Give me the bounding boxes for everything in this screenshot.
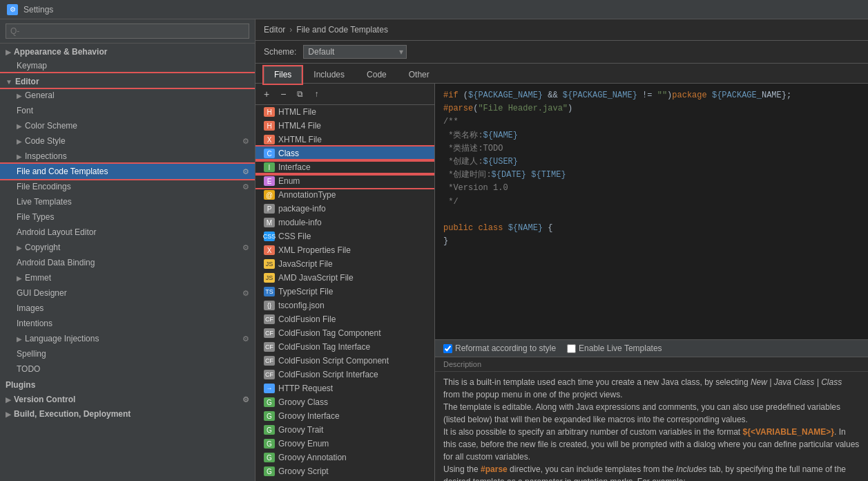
tab-other[interactable]: Other xyxy=(398,66,440,83)
sidebar-item-label: Build, Execution, Deployment xyxy=(14,409,131,419)
js-icon: JS xyxy=(264,259,275,269)
file-item-label: CSS File xyxy=(278,232,311,241)
sidebar-item-intentions[interactable]: Intentions xyxy=(0,316,255,331)
code-editor[interactable]: #if (${PACKAGE_NAME} && ${PACKAGE_NAME} … xyxy=(435,84,868,339)
list-item[interactable]: G Groovy Trait xyxy=(255,423,434,437)
scheme-row: Scheme: Default Project xyxy=(255,41,868,64)
list-item[interactable]: G Groovy Class xyxy=(255,395,434,409)
live-templates-label: Enable Live Templates xyxy=(579,343,662,353)
chevron-right-icon: ▶ xyxy=(17,122,22,130)
sidebar-item-todo[interactable]: TODO xyxy=(0,361,255,377)
list-item[interactable]: JS JavaScript File xyxy=(255,257,434,271)
list-item[interactable]: JS AMD JavaScript File xyxy=(255,271,434,285)
sidebar-item-label: File Encodings xyxy=(17,182,71,191)
class-icon: C xyxy=(264,149,275,158)
sidebar-item-label: Spelling xyxy=(17,349,46,359)
sidebar-item-inspections[interactable]: ▶ Inspections xyxy=(0,149,255,164)
file-item-label: HTTP Request xyxy=(278,384,333,393)
sidebar-item-color-scheme[interactable]: ▶ Color Scheme xyxy=(0,118,255,133)
sidebar-item-android-data-binding[interactable]: Android Data Binding xyxy=(0,255,255,270)
list-item[interactable]: {} tsconfig.json xyxy=(255,299,434,312)
reformat-checkbox-label[interactable]: Reformat according to style xyxy=(443,343,556,353)
tab-files[interactable]: Files xyxy=(264,66,302,84)
cf5-icon: CF xyxy=(264,370,275,379)
search-input[interactable] xyxy=(6,23,249,39)
add-button[interactable]: + xyxy=(260,86,273,102)
sidebar-item-font[interactable]: Font xyxy=(0,103,255,118)
sidebar-item-copyright[interactable]: ▶ Copyright ⚙ xyxy=(0,240,255,255)
xhtml-icon: X xyxy=(264,135,275,144)
sidebar-item-language-injections[interactable]: ▶ Language Injections ⚙ xyxy=(0,331,255,346)
chevron-right-icon: ▶ xyxy=(6,411,11,418)
chevron-right-icon: ▶ xyxy=(6,48,11,56)
list-item[interactable]: H HTML File xyxy=(255,105,434,119)
list-item[interactable]: G Groovy Script xyxy=(255,464,434,478)
sidebar-item-label: Plugins xyxy=(6,380,35,390)
list-item[interactable]: TS TypeScript File xyxy=(255,285,434,299)
reformat-checkbox[interactable] xyxy=(443,344,452,353)
sidebar-item-spelling[interactable]: Spelling xyxy=(0,346,255,361)
sidebar-item-live-templates[interactable]: Live Templates xyxy=(0,194,255,209)
groovy6-icon: G xyxy=(264,466,275,476)
list-item[interactable]: CF ColdFusion File xyxy=(255,312,434,326)
list-item[interactable]: CF ColdFusion Script Component xyxy=(255,354,434,368)
list-item[interactable]: G Groovy Annotation xyxy=(255,451,434,464)
sidebar-item-keymap[interactable]: Keymap xyxy=(0,58,255,73)
list-item[interactable]: G Groovy Enum xyxy=(255,437,434,451)
remove-button[interactable]: − xyxy=(276,86,290,102)
sidebar-item-file-and-code-templates[interactable]: File and Code Templates ⚙ xyxy=(0,164,255,179)
tab-includes[interactable]: Includes xyxy=(303,66,355,83)
live-templates-checkbox-label[interactable]: Enable Live Templates xyxy=(567,343,662,353)
list-item[interactable]: @ AnnotationType xyxy=(255,188,434,202)
list-item[interactable]: CF ColdFusion Tag Interface xyxy=(255,340,434,354)
list-item[interactable]: P package-info xyxy=(255,202,434,216)
list-item[interactable]: CSS CSS File xyxy=(255,229,434,243)
sidebar-item-plugins[interactable]: Plugins xyxy=(0,377,255,391)
breadcrumb: Editor › File and Code Templates xyxy=(255,19,868,41)
chevron-right-icon: ▶ xyxy=(17,138,22,145)
split-pane: + − ⧉ ↑ H HTML File H HTML4 File X xyxy=(255,84,868,481)
sidebar-item-editor[interactable]: ▼ Editor xyxy=(0,73,255,88)
sidebar-item-appearance[interactable]: ▶ Appearance & Behavior xyxy=(0,44,255,58)
breadcrumb-file-and-code-templates: File and Code Templates xyxy=(296,25,388,35)
list-item[interactable]: CF ColdFusion Script Interface xyxy=(255,368,434,381)
groovy4-icon: G xyxy=(264,439,275,449)
list-item-enum[interactable]: E Enum xyxy=(255,174,434,188)
copy-button[interactable]: ⧉ xyxy=(293,86,307,102)
list-item[interactable]: G Groovy Interface xyxy=(255,409,434,423)
live-templates-checkbox[interactable] xyxy=(567,344,576,353)
tab-code[interactable]: Code xyxy=(356,66,397,83)
file-item-label: AnnotationType xyxy=(278,190,336,200)
xml-icon: X xyxy=(264,245,275,255)
list-item[interactable]: CF ColdFusion Tag Component xyxy=(255,326,434,340)
sidebar-item-general[interactable]: ▶ General xyxy=(0,88,255,103)
groovy-icon: G xyxy=(264,397,275,407)
list-item-interface[interactable]: I Interface xyxy=(255,160,434,174)
sidebar-item-emmet[interactable]: ▶ Emmet xyxy=(0,270,255,285)
sidebar-item-gui-designer[interactable]: GUI Designer ⚙ xyxy=(0,285,255,301)
list-item-class[interactable]: C Class xyxy=(255,147,434,160)
groovy5-icon: G xyxy=(264,453,275,462)
list-item[interactable]: H HTML4 File xyxy=(255,119,434,133)
sidebar-item-label: File Types xyxy=(17,212,54,222)
sidebar-item-label: Android Layout Editor xyxy=(17,227,96,237)
list-item[interactable]: X XML Properties File xyxy=(255,243,434,257)
list-item[interactable]: → HTTP Request xyxy=(255,381,434,395)
list-item[interactable]: X XHTML File xyxy=(255,133,434,147)
chevron-right-icon: ▶ xyxy=(17,274,22,282)
gear-icon: ⚙ xyxy=(242,289,249,298)
export-button[interactable]: ↑ xyxy=(310,86,322,102)
list-item[interactable]: M module-info xyxy=(255,216,434,229)
sidebar-item-label: File and Code Templates xyxy=(17,167,108,176)
annotation-icon: @ xyxy=(264,190,275,200)
chevron-right-icon: ▶ xyxy=(17,244,22,252)
sidebar-item-version-control[interactable]: ▶ Version Control ⚙ xyxy=(0,391,255,406)
sidebar-item-android-layout-editor[interactable]: Android Layout Editor xyxy=(0,225,255,240)
sidebar-item-images[interactable]: Images xyxy=(0,301,255,316)
sidebar-item-code-style[interactable]: ▶ Code Style ⚙ xyxy=(0,133,255,149)
sidebar-item-file-types[interactable]: File Types xyxy=(0,209,255,225)
sidebar-item-file-encodings[interactable]: File Encodings ⚙ xyxy=(0,179,255,194)
gear-icon: ⚙ xyxy=(242,334,249,343)
scheme-select[interactable]: Default Project xyxy=(303,45,407,59)
sidebar-item-build-exec-deploy[interactable]: ▶ Build, Execution, Deployment xyxy=(0,406,255,420)
